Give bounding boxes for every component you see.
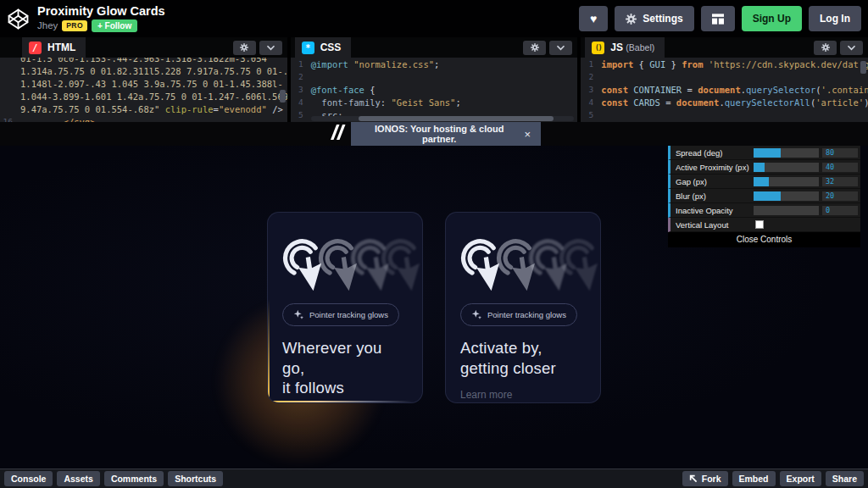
editor-gear-icon[interactable] <box>814 41 837 55</box>
gui-value-input[interactable]: 0 <box>822 206 858 215</box>
code-line: 1import { GUI } from 'https://cdn.skypac… <box>581 58 868 71</box>
glow-card[interactable]: Pointer tracking glows Wherever you go, … <box>267 212 423 403</box>
gui-checkbox-row: Vertical Layout <box>668 218 860 232</box>
horizontal-scrollbar-thumb[interactable] <box>359 116 554 121</box>
editor-tab[interactable]: () JS (Babel) <box>585 37 665 58</box>
code-token: @import <box>311 58 348 71</box>
line-number <box>0 58 20 65</box>
ad[interactable]: IONOS: Your hosting & cloud partner. × <box>327 122 541 146</box>
gui-slider-fill <box>754 177 769 186</box>
chevron-down-icon[interactable] <box>549 41 572 55</box>
code-token: querySelector <box>746 84 815 97</box>
line-number: 5 <box>291 109 311 122</box>
card-title: Activate by, getting closer <box>460 338 586 378</box>
code-token: "evenodd" <box>219 103 267 116</box>
code-token: "normalize.css" <box>348 58 434 71</box>
gui-slider-track[interactable] <box>754 163 819 172</box>
code-token: 9.47a.75.75 0 01.554-.68z" <box>20 103 165 116</box>
card-badge: Pointer tracking glows <box>460 303 577 326</box>
vertical-scrollbar-thumb[interactable] <box>280 90 286 103</box>
sparkle-icon <box>471 309 482 320</box>
gui-slider-label: Inactive Opacity <box>676 206 754 215</box>
horizontal-scrollbar[interactable] <box>311 116 575 121</box>
embed-button[interactable]: Embed <box>732 471 776 486</box>
footer-button-label: Export <box>787 474 815 484</box>
login-button[interactable]: Log In <box>809 6 861 31</box>
learn-more-link[interactable]: Learn more <box>460 389 586 401</box>
gui-slider-track[interactable] <box>754 177 819 186</box>
settings-button[interactable]: Settings <box>615 6 693 31</box>
editor-gear-icon[interactable] <box>523 41 546 55</box>
fork-button[interactable]: Fork <box>682 471 728 486</box>
code-token: 'https://cdn.skypack.dev/dat.gui' <box>703 58 868 71</box>
gui-value-input[interactable]: 80 <box>822 148 858 158</box>
change-view-button[interactable] <box>701 6 735 31</box>
codepen-logo-icon[interactable] <box>7 8 30 30</box>
ad-banner-strip: IONOS: Your hosting & cloud partner. × <box>0 122 868 146</box>
editor-tab[interactable]: / HTML <box>22 37 86 58</box>
code-token: CONTAINER <box>628 84 682 97</box>
gui-slider-track[interactable] <box>754 206 819 215</box>
code-editor-area[interactable]: 1import { GUI } from 'https://cdn.skypac… <box>581 58 868 122</box>
gui-slider-track[interactable] <box>754 191 819 201</box>
code-line: 01-1.5 0c0-1.153-.44-2.963-1.318-3.182zm… <box>0 58 287 65</box>
css-file-icon: * <box>302 42 314 54</box>
editor-panel-header: / HTML <box>0 37 287 58</box>
shortcuts-button[interactable]: Shortcuts <box>168 471 223 486</box>
ad-close-icon[interactable]: × <box>517 128 531 141</box>
share-button[interactable]: Share <box>826 471 864 486</box>
gui-slider-label: Active Proximity (px) <box>676 163 754 172</box>
code-editor-area[interactable]: 1@import "normalize.css";23@font-face {4… <box>291 58 578 122</box>
code-editor-area[interactable]: 01-1.5 0c0-1.153-.44-2.963-1.318-3.182zm… <box>0 58 287 122</box>
line-number: 2 <box>291 71 311 84</box>
editor-panel: / HTML 01-1.5 0c0-1.153-.44 <box>0 37 287 122</box>
code-token: import <box>601 58 633 71</box>
code-line: 3@font-face { <box>291 84 578 97</box>
dat-gui-panel: Spread (deg)80Active Proximity (px)40Gap… <box>668 146 860 247</box>
export-button[interactable]: Export <box>780 471 821 486</box>
line-number: 2 <box>581 71 601 84</box>
code-token: clip-rule <box>165 103 214 116</box>
code-line: 1.148l-2.097-.43 1.045 3.9a.75.75 0 01-1… <box>0 78 287 91</box>
editor-gear-icon[interactable] <box>233 41 256 55</box>
code-line: 5 <box>581 109 868 122</box>
like-button[interactable]: ♥ <box>579 6 608 31</box>
glow-card[interactable]: Pointer tracking glows Activate by, gett… <box>445 212 601 403</box>
author-name[interactable]: Jhey <box>37 20 58 30</box>
footer-right-group: ForkEmbedExportShare <box>682 471 864 486</box>
chevron-down-icon[interactable] <box>259 41 282 55</box>
gui-close-controls-button[interactable]: Close Controls <box>668 232 860 247</box>
chevron-down-icon[interactable] <box>840 41 863 55</box>
gear-icon <box>626 14 637 25</box>
code-token: = <box>682 84 698 97</box>
follow-button[interactable]: + Follow <box>92 19 137 32</box>
signup-button[interactable]: Sign Up <box>742 6 802 31</box>
gui-slider-row: Gap (px)32 <box>668 175 860 189</box>
gui-slider-track[interactable] <box>754 148 819 158</box>
code-token: ; <box>455 97 460 109</box>
gui-slider-label: Gap (px) <box>676 177 754 186</box>
gui-value-input[interactable]: 20 <box>822 191 858 201</box>
code-line: 16 </svg> <box>0 116 287 122</box>
comments-button[interactable]: Comments <box>104 471 164 486</box>
top-header-bar: Proximity Glow Cards Jhey PRO + Follow ♥ <box>0 0 868 37</box>
editor-tab[interactable]: * CSS <box>295 37 352 58</box>
gui-slider-row: Active Proximity (px)40 <box>668 160 860 175</box>
editor-panel-header: () JS (Babel) <box>581 37 868 58</box>
line-number: 4 <box>291 97 311 109</box>
vertical-scrollbar-thumb[interactable] <box>860 61 866 74</box>
gui-value-input[interactable]: 40 <box>822 163 858 172</box>
ad-text[interactable]: IONOS: Your hosting & cloud partner. <box>361 124 517 144</box>
footer-button-label: Embed <box>739 474 769 484</box>
gui-value-input[interactable]: 32 <box>822 177 858 186</box>
line-number: 1 <box>581 58 601 71</box>
code-token: : <box>381 97 392 109</box>
line-number <box>0 103 20 116</box>
gui-checkbox[interactable] <box>755 220 764 229</box>
pointer-icon-row <box>460 238 586 292</box>
code-token: { <box>633 58 649 71</box>
code-token: @font-face <box>311 84 364 97</box>
assets-button[interactable]: Assets <box>57 471 99 486</box>
code-line: 2 <box>291 71 578 84</box>
console-button[interactable]: Console <box>4 471 53 486</box>
